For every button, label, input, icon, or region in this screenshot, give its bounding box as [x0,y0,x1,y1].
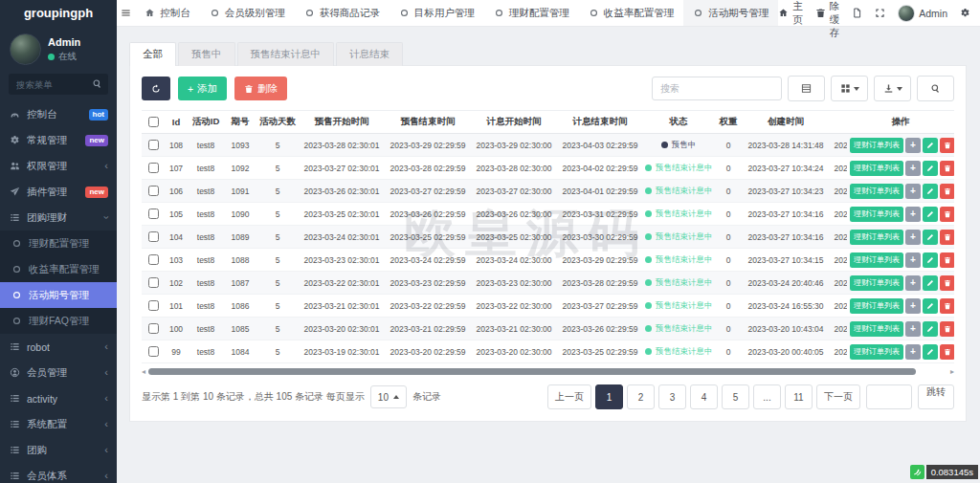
edit-button[interactable] [923,207,938,222]
delete-row-button[interactable] [940,138,954,153]
edit-button[interactable] [923,298,938,314]
filter-tab-2[interactable]: 预售结束计息中 [237,42,335,66]
order-list-button[interactable]: 理财订单列表 [850,138,903,153]
add-row-button[interactable]: + [905,275,921,291]
order-list-button[interactable]: 理财订单列表 [850,230,903,245]
delete-row-button[interactable] [940,344,954,360]
sidebar-item-5[interactable]: robot‹ [0,334,117,360]
admin-menu[interactable]: Admin [898,5,947,22]
sidebar-item-10[interactable]: 会员体系‹ [0,463,117,483]
next-page-button[interactable]: 下一页 [816,384,860,409]
sidebar-subitem-2[interactable]: 活动期号管理 [0,282,117,308]
order-list-button[interactable]: 理财订单列表 [850,344,903,360]
sidebar-item-4[interactable]: 团购理财‹ [0,205,117,231]
jump-button[interactable]: 跳转 [918,384,954,409]
sidebar-item-1[interactable]: 常规管理new [0,127,117,153]
order-list-button[interactable]: 理财订单列表 [850,252,903,268]
horizontal-scrollbar[interactable]: ◂ ▸ [142,367,954,376]
add-row-button[interactable]: + [905,161,921,176]
topbar-tab-3[interactable]: 目标用户管理 [390,0,484,26]
edit-button[interactable] [923,161,938,176]
sidebar-subitem-1[interactable]: 收益率配置管理 [0,256,117,282]
page-number-button[interactable]: 11 [785,384,813,409]
topbar-tab-0[interactable]: 控制台 [135,0,200,26]
edit-button[interactable] [923,344,938,360]
order-list-button[interactable]: 理财订单列表 [850,161,903,176]
fullscreen-icon[interactable] [875,8,885,18]
add-row-button[interactable]: + [905,344,921,360]
avatar[interactable] [10,33,41,65]
add-row-button[interactable]: + [905,298,921,314]
page-number-button[interactable]: 5 [722,384,749,409]
order-list-button[interactable]: 理财订单列表 [850,184,903,199]
table-search-input[interactable] [652,77,782,100]
row-checkbox[interactable] [148,186,159,196]
row-checkbox[interactable] [148,231,159,242]
hamburger-icon[interactable] [117,0,135,26]
columns-button[interactable] [831,76,868,101]
export-button[interactable] [874,76,911,101]
topbar-tab-4[interactable]: 理财配置管理 [484,0,579,26]
sidebar-item-2[interactable]: 权限管理‹ [0,153,117,179]
row-checkbox[interactable] [148,323,159,334]
search-button[interactable] [917,76,954,101]
edit-button[interactable] [923,321,938,337]
page-size-select[interactable]: 10 [370,385,407,408]
add-button[interactable]: + 添加 [178,77,227,100]
add-row-button[interactable]: + [905,321,921,337]
topbar-tab-6[interactable]: 活动期号管理 [683,0,778,26]
edit-button[interactable] [923,252,938,268]
row-checkbox[interactable] [148,300,159,311]
sidebar-item-6[interactable]: 会员管理‹ [0,360,117,385]
edit-button[interactable] [923,138,938,153]
order-list-button[interactable]: 理财订单列表 [850,207,903,222]
scroll-right-icon[interactable]: ▸ [950,368,954,376]
order-list-button[interactable]: 理财订单列表 [850,321,903,337]
add-row-button[interactable]: + [905,230,921,245]
gear-icon[interactable] [960,8,970,18]
filter-tab-3[interactable]: 计息结束 [336,42,403,66]
order-list-button[interactable]: 理财订单列表 [850,298,903,314]
refresh-button[interactable] [142,77,170,100]
add-row-button[interactable]: + [905,207,921,222]
edit-button[interactable] [923,230,938,245]
delete-row-button[interactable] [940,298,954,314]
home-link[interactable]: 主页 [778,0,803,27]
sidebar-item-3[interactable]: 插件管理new [0,179,117,205]
row-checkbox[interactable] [148,277,159,288]
delete-row-button[interactable] [940,275,954,291]
card-view-button[interactable] [788,76,825,101]
row-checkbox[interactable] [148,209,159,219]
add-row-button[interactable]: + [905,138,921,153]
add-row-button[interactable]: + [905,184,921,199]
topbar-tab-1[interactable]: 会员级别管理 [200,0,295,26]
add-row-button[interactable]: + [905,252,921,268]
edit-button[interactable] [923,275,938,291]
scroll-left-icon[interactable]: ◂ [142,368,145,376]
page-number-button[interactable]: 2 [627,384,655,409]
topbar-tab-5[interactable]: 收益率配置管理 [579,0,684,26]
file-icon[interactable] [852,8,862,18]
delete-row-button[interactable] [940,230,954,245]
filter-tab-0[interactable]: 全部 [129,42,176,66]
delete-row-button[interactable] [940,161,954,176]
row-checkbox[interactable] [148,346,159,357]
page-number-button[interactable]: 3 [658,384,686,409]
sidebar-item-7[interactable]: activity‹ [0,385,117,411]
page-number-button[interactable]: 4 [690,384,718,409]
sidebar-item-0[interactable]: 控制台hot [0,101,117,127]
delete-row-button[interactable] [940,207,954,222]
sidebar-item-9[interactable]: 团购‹ [0,437,117,463]
scrollbar-thumb[interactable] [148,368,916,375]
edit-button[interactable] [923,184,938,199]
delete-button[interactable]: 删除 [234,77,287,100]
delete-row-button[interactable] [940,252,954,268]
sidebar-subitem-3[interactable]: 理财FAQ管理 [0,308,117,334]
jump-page-input[interactable] [866,384,912,409]
row-checkbox[interactable] [148,140,159,150]
sidebar-item-8[interactable]: 系统配置‹ [0,411,117,437]
delete-row-button[interactable] [940,321,954,337]
page-number-button[interactable]: 1 [595,384,623,409]
select-all-checkbox[interactable] [148,117,159,127]
delete-row-button[interactable] [940,184,954,199]
